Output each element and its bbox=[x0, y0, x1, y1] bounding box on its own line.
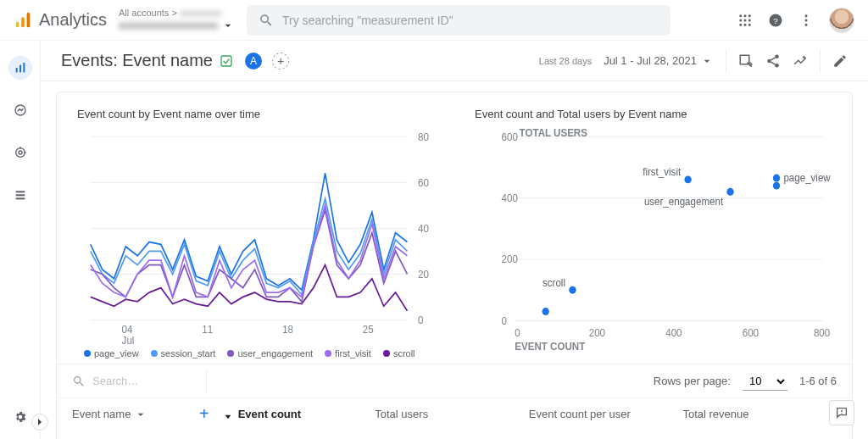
apps-icon[interactable] bbox=[737, 13, 753, 28]
svg-text:0: 0 bbox=[502, 315, 508, 327]
expand-nav[interactable] bbox=[31, 414, 48, 431]
svg-text:40: 40 bbox=[418, 223, 429, 235]
line-chart[interactable]: 8060 40200 0411 1825 Jul bbox=[77, 127, 434, 347]
help-icon[interactable]: ? bbox=[768, 13, 783, 28]
analytics-logo-icon bbox=[14, 11, 32, 30]
product-name: Analytics bbox=[39, 10, 107, 30]
col-event-name[interactable]: Event name bbox=[72, 408, 199, 421]
svg-rect-28 bbox=[221, 56, 231, 66]
search-input[interactable] bbox=[282, 14, 659, 27]
svg-text:0: 0 bbox=[418, 314, 424, 326]
svg-rect-2 bbox=[27, 12, 31, 26]
table-header: Event name + Event count Total users Eve… bbox=[57, 397, 852, 430]
svg-rect-18 bbox=[19, 65, 21, 73]
svg-rect-26 bbox=[15, 194, 25, 196]
trend-icon bbox=[14, 103, 27, 117]
nav-admin[interactable] bbox=[8, 405, 32, 429]
pagination-range: 1-6 of 6 bbox=[799, 375, 837, 387]
table-search-input[interactable] bbox=[92, 375, 194, 387]
date-range-picker[interactable]: Jul 1 - Jul 28, 2021 bbox=[604, 54, 714, 68]
svg-line-34 bbox=[771, 62, 775, 64]
svg-text:600: 600 bbox=[743, 327, 760, 339]
col-total-revenue[interactable]: Total revenue bbox=[682, 408, 837, 420]
product-logo: Analytics bbox=[14, 10, 107, 30]
chevron-right-icon bbox=[33, 415, 47, 429]
sparkle-trend-icon bbox=[793, 53, 808, 69]
list-icon bbox=[14, 188, 27, 202]
rows-per-page-select[interactable]: 10 bbox=[743, 372, 787, 391]
legend-item[interactable]: first_visit bbox=[325, 348, 371, 358]
svg-point-9 bbox=[739, 23, 742, 25]
svg-rect-17 bbox=[15, 68, 17, 72]
chart-edit-icon bbox=[738, 53, 754, 69]
add-dimension-button[interactable]: + bbox=[199, 404, 209, 424]
nav-configure[interactable] bbox=[8, 183, 32, 207]
legend-item[interactable]: session_start bbox=[151, 348, 216, 358]
svg-text:0: 0 bbox=[515, 327, 520, 339]
user-avatar[interactable] bbox=[829, 8, 854, 33]
chat-alert-icon bbox=[835, 406, 849, 420]
line-chart-panel: Event count by Event name over time 8060… bbox=[57, 92, 454, 364]
svg-text:page_view: page_view bbox=[783, 172, 831, 184]
table-search[interactable] bbox=[72, 375, 194, 388]
svg-rect-0 bbox=[16, 21, 19, 26]
svg-text:first_visit: first_visit bbox=[643, 166, 682, 178]
account-switcher[interactable]: All accounts > xxxxxxxxx xxxxxxxxxxxxxxx… bbox=[119, 8, 235, 32]
nav-reports[interactable] bbox=[8, 56, 32, 80]
svg-text:400: 400 bbox=[502, 192, 519, 204]
more-icon[interactable] bbox=[798, 13, 814, 28]
account-property-name: xxxxxxxxxxxxxxxxxx bbox=[119, 19, 218, 32]
share-button[interactable] bbox=[765, 53, 781, 69]
search-icon bbox=[259, 13, 274, 28]
svg-point-65 bbox=[542, 308, 548, 315]
svg-point-16 bbox=[805, 23, 808, 25]
svg-point-31 bbox=[767, 58, 771, 63]
edit-button[interactable] bbox=[832, 53, 848, 69]
col-total-users[interactable]: Total users bbox=[375, 408, 529, 420]
search-bar[interactable] bbox=[247, 5, 670, 36]
insights-button[interactable] bbox=[793, 53, 808, 69]
pencil-icon bbox=[832, 53, 848, 69]
add-comparison-button[interactable]: + bbox=[272, 53, 289, 69]
scatter-chart-title: Event count and Total users by Event nam… bbox=[475, 108, 832, 120]
svg-point-14 bbox=[805, 14, 808, 17]
svg-point-74 bbox=[773, 182, 780, 190]
scatter-chart-panel: Event count and Total users by Event nam… bbox=[454, 92, 852, 364]
svg-text:?: ? bbox=[773, 15, 778, 25]
svg-point-4 bbox=[744, 14, 747, 17]
line-chart-legend: page_viewsession_startuser_engagementfir… bbox=[77, 347, 434, 358]
col-event-count[interactable]: Event count bbox=[221, 408, 376, 421]
chevron-down-icon bbox=[221, 19, 235, 32]
svg-point-30 bbox=[775, 54, 779, 58]
svg-rect-19 bbox=[23, 63, 25, 72]
scatter-chart[interactable]: 600400 2000 TOTAL USERS 0200400 600800 E… bbox=[475, 127, 832, 358]
side-nav bbox=[0, 41, 41, 439]
col-event-count-per-user[interactable]: Event count per user bbox=[529, 408, 683, 420]
nav-explore[interactable] bbox=[8, 98, 32, 122]
verified-icon bbox=[220, 54, 233, 68]
customize-report-button[interactable] bbox=[738, 53, 754, 69]
svg-point-72 bbox=[773, 175, 780, 182]
report-toolbar: Events: Event name A + Last 28 days Jul … bbox=[41, 41, 868, 81]
account-breadcrumb: All accounts > bbox=[119, 8, 180, 18]
legend-item[interactable]: page_view bbox=[84, 348, 139, 358]
svg-point-70 bbox=[726, 188, 733, 196]
legend-item[interactable]: scroll bbox=[383, 348, 415, 358]
svg-point-76 bbox=[841, 413, 842, 414]
svg-point-11 bbox=[748, 23, 751, 25]
svg-text:EVENT COUNT: EVENT COUNT bbox=[515, 341, 586, 353]
svg-point-66 bbox=[569, 286, 576, 294]
report-content: Events: Event name A + Last 28 days Jul … bbox=[41, 41, 868, 439]
search-icon bbox=[72, 375, 86, 388]
svg-point-3 bbox=[739, 14, 742, 17]
feedback-button[interactable] bbox=[829, 400, 854, 425]
svg-text:60: 60 bbox=[418, 176, 429, 188]
table-toolbar: Rows per page: 10 1-6 of 6 bbox=[57, 364, 852, 397]
svg-text:800: 800 bbox=[814, 327, 831, 339]
svg-text:200: 200 bbox=[589, 327, 606, 339]
segment-badge[interactable]: A bbox=[245, 53, 262, 69]
nav-advertising[interactable] bbox=[8, 141, 32, 164]
legend-item[interactable]: user_engagement bbox=[227, 348, 313, 358]
svg-text:TOTAL USERS: TOTAL USERS bbox=[520, 127, 587, 139]
gear-icon bbox=[14, 410, 27, 424]
